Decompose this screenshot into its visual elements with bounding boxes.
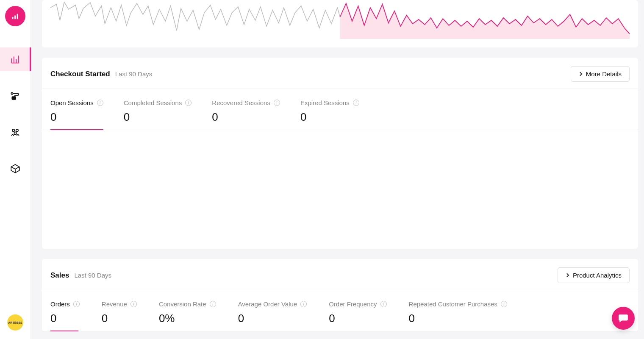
sales-card: Sales Last 90 Days Product Analytics Ord…: [42, 259, 638, 331]
chat-icon: [618, 313, 629, 324]
tab-revenue[interactable]: Revenue i 0: [102, 300, 137, 331]
card-subtitle: Last 90 Days: [115, 70, 153, 78]
sales-tabs: Orders i 0 Revenue i 0 Conversion Rate i…: [42, 290, 638, 331]
tab-value: 0: [102, 312, 137, 325]
chevron-right-icon: [565, 273, 569, 278]
sidebar-item-flows[interactable]: [0, 84, 31, 108]
info-icon[interactable]: i: [300, 301, 307, 307]
svg-rect-2: [17, 14, 18, 19]
info-icon[interactable]: i: [73, 301, 80, 307]
info-icon[interactable]: i: [380, 301, 387, 307]
tab-label: Repeated Customer Purchases: [409, 300, 497, 308]
tab-value: 0: [212, 111, 280, 124]
tab-label: Average Order Value: [238, 300, 297, 308]
tab-value: 0: [50, 111, 103, 124]
info-icon[interactable]: i: [501, 301, 507, 307]
checkout-tabs: Open Sessions i 0 Completed Sessions i 0…: [42, 89, 638, 130]
main: Checkout Started Last 90 Days More Detai…: [31, 0, 644, 339]
top-chart-card: [42, 0, 638, 47]
sidebar-item-audience[interactable]: [0, 120, 31, 144]
tab-order-frequency[interactable]: Order Frequency i 0: [329, 300, 386, 331]
info-icon[interactable]: i: [353, 100, 359, 106]
card-header: Sales Last 90 Days Product Analytics: [42, 259, 638, 290]
svg-rect-1: [14, 15, 16, 19]
tab-completed-sessions[interactable]: Completed Sessions i 0: [124, 99, 192, 130]
tab-value: 0: [50, 312, 80, 325]
avatar[interactable]: ARTBEES: [7, 314, 23, 331]
svg-rect-0: [12, 17, 14, 19]
more-details-button[interactable]: More Details: [571, 66, 630, 82]
avatar-label: ARTBEES: [8, 321, 22, 324]
tab-label: Orders: [50, 300, 70, 308]
info-icon[interactable]: i: [274, 100, 280, 106]
logo[interactable]: [5, 6, 25, 26]
sidebar-nav: [0, 47, 31, 181]
flow-icon: [10, 90, 21, 101]
svg-point-3: [11, 92, 13, 94]
svg-point-5: [12, 129, 14, 131]
tab-expired-sessions[interactable]: Expired Sessions i 0: [300, 99, 359, 130]
button-label: Product Analytics: [573, 272, 622, 279]
tab-value: 0%: [159, 312, 216, 325]
tab-average-order-value[interactable]: Average Order Value i 0: [238, 300, 307, 331]
tab-label: Open Sessions: [50, 99, 94, 106]
tab-recovered-sessions[interactable]: Recovered Sessions i 0: [212, 99, 280, 130]
info-icon[interactable]: i: [97, 100, 103, 106]
sidebar-item-products[interactable]: [0, 157, 31, 181]
tab-repeated-customer-purchases[interactable]: Repeated Customer Purchases i 0: [409, 300, 507, 331]
tab-label: Completed Sessions: [124, 99, 182, 106]
info-icon[interactable]: i: [185, 100, 192, 106]
tab-label: Order Frequency: [329, 300, 377, 308]
card-title: Checkout Started: [50, 70, 110, 78]
card-subtitle: Last 90 Days: [74, 272, 111, 279]
card-title: Sales: [50, 271, 69, 280]
sidebar-item-analytics[interactable]: [0, 47, 31, 71]
tab-label: Recovered Sessions: [212, 99, 270, 106]
tab-value: 0: [238, 312, 307, 325]
card-header: Checkout Started Last 90 Days More Detai…: [42, 58, 638, 89]
svg-point-6: [16, 129, 18, 131]
tab-open-sessions[interactable]: Open Sessions i 0: [50, 99, 103, 130]
tab-value: 0: [329, 312, 386, 325]
chevron-right-icon: [578, 72, 582, 76]
info-icon[interactable]: i: [210, 301, 216, 307]
sidebar-bottom: ARTBEES: [7, 314, 23, 331]
button-label: More Details: [586, 70, 622, 78]
tab-label: Expired Sessions: [300, 99, 350, 106]
tab-value: 0: [124, 111, 192, 124]
tab-value: 0: [409, 312, 507, 325]
info-icon[interactable]: i: [130, 301, 137, 307]
tab-label: Revenue: [102, 300, 127, 308]
bar-chart-icon: [10, 54, 21, 65]
tab-conversion-rate[interactable]: Conversion Rate i 0%: [159, 300, 216, 331]
people-icon: [10, 127, 21, 138]
box-icon: [10, 163, 21, 174]
sidebar: ARTBEES: [0, 0, 31, 339]
checkout-chart-area: [42, 130, 638, 249]
tab-orders[interactable]: Orders i 0: [50, 300, 80, 331]
tab-label: Conversion Rate: [159, 300, 206, 308]
tab-value: 0: [300, 111, 359, 124]
chat-button[interactable]: [612, 307, 635, 330]
top-chart: [50, 0, 630, 39]
svg-rect-4: [12, 97, 16, 100]
checkout-started-card: Checkout Started Last 90 Days More Detai…: [42, 58, 638, 249]
product-analytics-button[interactable]: Product Analytics: [558, 267, 630, 283]
svg-point-7: [14, 132, 16, 134]
